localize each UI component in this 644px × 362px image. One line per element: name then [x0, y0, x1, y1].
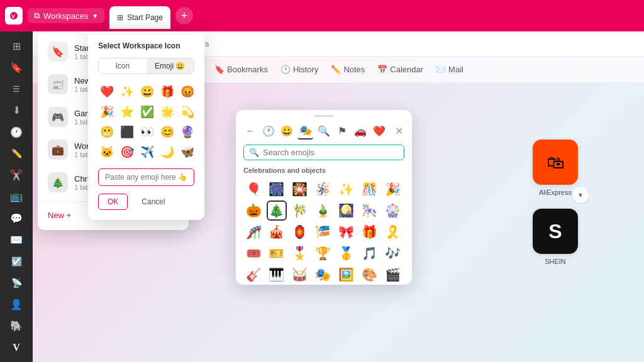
sidebar-icon-panels[interactable]: ⊞	[5, 36, 28, 55]
sidebar-icon-history[interactable]: 🕐	[5, 123, 28, 141]
emoji-angry[interactable]: 😡	[179, 83, 196, 101]
picker-emoji-4[interactable]: ✨	[336, 179, 356, 199]
picker-emoji-29[interactable]: 🎹	[267, 265, 287, 285]
nav-calendar[interactable]: 📅 Calendar	[377, 62, 423, 77]
picker-emoji-34[interactable]: 🎬	[382, 265, 402, 285]
sidebar-icon-bookmarks[interactable]: 🔖	[5, 58, 28, 77]
sidebar-icon-contacts[interactable]: 👤	[5, 295, 28, 314]
workspaces-button[interactable]: ⧉ Workspaces ▼	[28, 8, 104, 23]
sidebar-icon-downloads[interactable]: ⬇	[5, 101, 28, 120]
picker-emoji-20[interactable]: 🎗️	[382, 222, 402, 242]
sidebar-icon-tasks[interactable]: ☑️	[5, 252, 28, 271]
emoji-cat-search-c[interactable]: 🔍	[316, 122, 331, 140]
emoji-plane[interactable]: ✈️	[138, 143, 156, 161]
picker-emoji-30[interactable]: 🥁	[290, 265, 310, 285]
nav-bookmarks[interactable]: 🔖 Bookmarks	[214, 62, 268, 77]
sidebar-icon-mail[interactable]: ✉️	[5, 230, 28, 249]
emoji-crystal[interactable]: 🔮	[179, 123, 196, 141]
emoji-gift[interactable]: 🎁	[158, 83, 176, 101]
emoji-dizzy[interactable]: 💫	[179, 103, 196, 121]
emoji-smile[interactable]: 😊	[158, 123, 176, 141]
speed-dial-aliexpress[interactable]: 🛍 AliExpress	[533, 140, 578, 196]
picker-emoji-9[interactable]: 🎋	[290, 200, 310, 221]
emoji-cat-travel2[interactable]: 🚗	[353, 122, 369, 140]
active-tab[interactable]: ⊞ Start Page	[109, 6, 170, 29]
picker-emoji-5[interactable]: 🎊	[359, 179, 379, 199]
emoji-cat-recent[interactable]: 🕐	[260, 122, 276, 140]
emoji-dart[interactable]: 🎯	[118, 143, 136, 161]
emoji-cat[interactable]: 🐱	[98, 143, 116, 161]
picker-emoji-11[interactable]: 🎑	[336, 200, 356, 221]
emoji-sparkles[interactable]: ✨	[118, 83, 136, 101]
picker-emoji-13[interactable]: 🎡	[382, 200, 402, 221]
picker-emoji-28[interactable]: 🎸	[243, 265, 264, 285]
sidebar-icon-social[interactable]: 💬	[5, 209, 28, 228]
icon-tab-icon[interactable]: Icon	[99, 58, 147, 74]
emoji-cat-nature[interactable]: 🎭	[297, 122, 313, 140]
picker-emoji-24[interactable]: 🏆	[313, 243, 333, 263]
picker-emoji-16[interactable]: 🏮	[290, 222, 310, 242]
nav-mail[interactable]: ✉️ Mail	[436, 62, 464, 77]
speed-dial-dropdown-btn[interactable]: ▼	[572, 187, 589, 203]
picker-emoji-10[interactable]: 🎍	[313, 200, 333, 221]
emoji-butterfly[interactable]: 🦋	[179, 143, 196, 161]
picker-emoji-3[interactable]: 🪅	[313, 179, 333, 199]
picker-emoji-27[interactable]: 🎶	[382, 243, 402, 263]
sidebar-icon-reading-list[interactable]: ☰	[5, 80, 28, 99]
emoji-search-input[interactable]	[263, 148, 399, 157]
icon-tab-emoji[interactable]: Emoji 😀	[147, 58, 194, 74]
nav-notes[interactable]: ✏️ Notes	[331, 62, 365, 77]
icon-select-ok-button[interactable]: OK	[98, 194, 128, 210]
picker-emoji-0[interactable]: 🎈	[243, 179, 264, 199]
emoji-moon[interactable]: 🌙	[158, 143, 176, 161]
emoji-black-square[interactable]: ⬛	[118, 123, 136, 141]
picker-emoji-19[interactable]: 🎁	[359, 222, 379, 242]
emoji-party[interactable]: 🎉	[98, 103, 116, 121]
bookmarks-icon: 🔖	[214, 65, 225, 74]
emoji-picker-close-btn[interactable]: ✕	[392, 123, 406, 138]
emoji-cat-food[interactable]: ⚑	[334, 122, 350, 140]
vivaldi-icon-btn[interactable]: V	[5, 7, 23, 25]
sidebar-icon-notes[interactable]: ✏️	[5, 144, 28, 163]
icon-select-cancel-button[interactable]: Cancel	[133, 194, 174, 210]
picker-emoji-6[interactable]: 🎉	[382, 179, 402, 199]
calendar-icon: 📅	[377, 65, 387, 74]
emoji-cat-heart[interactable]: ❤️	[371, 122, 387, 140]
sidebar-icon-vivaldi[interactable]: V	[5, 338, 28, 357]
picker-emoji-1[interactable]: 🎆	[267, 179, 287, 199]
emoji-picker-back-btn[interactable]: ←	[242, 122, 258, 140]
emoji-key[interactable]: ⭐	[118, 103, 136, 121]
picker-emoji-12[interactable]: 🎠	[359, 200, 379, 221]
picker-emoji-26[interactable]: 🎵	[359, 243, 379, 263]
picker-emoji-33[interactable]: 🎨	[359, 265, 379, 285]
picker-emoji-21[interactable]: 🎟️	[243, 243, 264, 263]
picker-emoji-22[interactable]: 🎫	[267, 243, 287, 263]
sidebar-icon-feeds[interactable]: 📡	[5, 273, 28, 292]
emoji-paste-input[interactable]	[98, 168, 194, 186]
picker-emoji-8-selected[interactable]: 🎄	[267, 200, 287, 221]
sidebar-icon-mastodon[interactable]: 🐘	[5, 316, 28, 335]
emoji-eyes[interactable]: 👀	[138, 123, 156, 141]
picker-emoji-14[interactable]: 🎢	[243, 222, 264, 242]
picker-emoji-31[interactable]: 🎭	[313, 265, 333, 285]
emoji-cat-smileys[interactable]: 😀	[279, 122, 295, 140]
emoji-grimace[interactable]: 😬	[98, 123, 116, 141]
sidebar-icon-capture[interactable]: ✂️	[5, 166, 28, 185]
picker-emoji-32[interactable]: 🖼️	[336, 265, 356, 285]
picker-emoji-23[interactable]: 🎖️	[290, 243, 310, 263]
emoji-heart[interactable]: ❤️	[98, 83, 116, 101]
new-tab-button[interactable]: +	[175, 7, 193, 25]
picker-emoji-15[interactable]: 🎪	[267, 222, 287, 242]
picker-emoji-18[interactable]: 🎀	[336, 222, 356, 242]
emoji-grin[interactable]: 😀	[138, 83, 156, 101]
emoji-star[interactable]: 🌟	[158, 103, 176, 121]
emoji-check[interactable]: ✅	[138, 103, 156, 121]
picker-emoji-2[interactable]: 🎇	[290, 179, 310, 199]
picker-emoji-7[interactable]: 🎃	[243, 200, 264, 221]
speed-dial-shein[interactable]: S SHEIN	[533, 209, 578, 265]
sidebar-icon-tv[interactable]: 📺	[5, 187, 28, 206]
picker-emoji-17[interactable]: 🎏	[313, 222, 333, 242]
picker-emoji-25[interactable]: 🥇	[336, 243, 356, 263]
nav-history[interactable]: 🕐 History	[280, 62, 318, 77]
emoji-picker-handle[interactable]	[236, 110, 412, 122]
